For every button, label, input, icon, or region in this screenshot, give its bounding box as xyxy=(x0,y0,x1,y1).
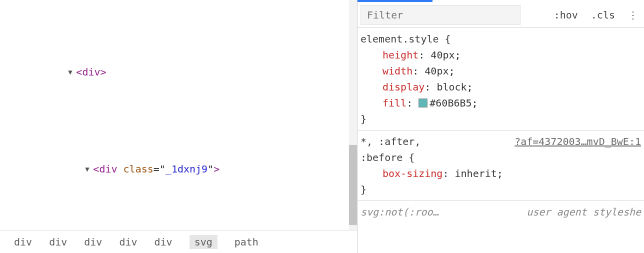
crumb-div[interactable]: div xyxy=(119,236,137,248)
color-swatch[interactable] xyxy=(418,98,428,108)
rule-universal[interactable]: *, :after, ?af=4372003…mvD_BwE:1 :before… xyxy=(360,134,641,198)
crumb-path[interactable]: path xyxy=(234,236,258,248)
stylesheet-source-link[interactable]: ?af=4372003…mvD_BwE:1 xyxy=(514,134,641,150)
selector-text: :before { xyxy=(360,150,641,166)
ua-stylesheet-label: user agent styleshe xyxy=(526,204,641,220)
style-filter-input[interactable] xyxy=(360,5,520,25)
dom-scrollbar-track[interactable] xyxy=(349,0,357,230)
selector-text: *, :after, xyxy=(360,136,420,148)
dom-node-div-1[interactable]: ▼<div> xyxy=(0,48,357,97)
crumb-div[interactable]: div xyxy=(154,236,172,248)
selector-text: element.style { xyxy=(360,31,641,47)
hov-toggle[interactable]: :hov xyxy=(551,9,581,21)
crumb-svg-active[interactable]: svg xyxy=(190,235,218,249)
styles-panel: :hov .cls ⋮ element.style { height: 40px… xyxy=(357,0,644,253)
dom-tree[interactable]: ▼<div> ▼<div class="_1dxnj9"> ▼<div styl… xyxy=(0,0,357,230)
crumb-div[interactable]: div xyxy=(14,236,32,248)
crumb-div[interactable]: div xyxy=(84,236,102,248)
selector-text: svg:not(:roo… xyxy=(360,206,439,218)
breadcrumb: div div div div div svg path xyxy=(0,230,357,253)
style-rules: element.style { height: 40px; width: 40p… xyxy=(358,28,644,253)
dom-scrollbar-thumb[interactable] xyxy=(349,145,357,225)
rule-element-style[interactable]: element.style { height: 40px; width: 40p… xyxy=(360,31,641,127)
elements-panel: ▼<div> ▼<div class="_1dxnj9"> ▼<div styl… xyxy=(0,0,357,253)
styles-toolbar: :hov .cls ⋮ xyxy=(358,2,644,28)
dom-node-div-2[interactable]: ▼<div class="_1dxnj9"> xyxy=(0,145,357,194)
rule-user-agent[interactable]: svg:not(:roo… user agent styleshe xyxy=(360,204,641,220)
more-style-options[interactable]: ⋮ xyxy=(625,9,641,21)
crumb-div[interactable]: div xyxy=(49,236,67,248)
caret-icon[interactable]: ▼ xyxy=(85,161,93,177)
caret-icon[interactable]: ▼ xyxy=(68,64,76,80)
cls-toggle[interactable]: .cls xyxy=(588,9,618,21)
